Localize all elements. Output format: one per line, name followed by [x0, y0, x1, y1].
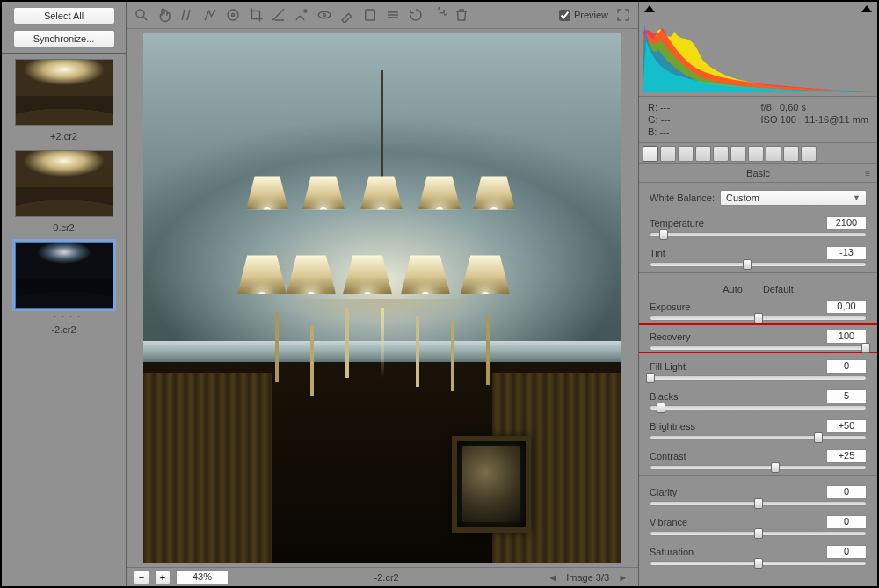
slider-value[interactable]: 100	[826, 330, 867, 344]
preview-checkbox[interactable]: Preview	[559, 10, 608, 21]
statusbar: − + 43% -2.cr2 ◄ Image 3/3 ►	[127, 567, 638, 586]
white-balance-tool-icon[interactable]	[179, 7, 195, 23]
svg-point-0	[136, 10, 144, 18]
blacks-slider[interactable]: Blacks 5	[639, 386, 877, 410]
thumbnail[interactable]	[15, 150, 113, 217]
preview-checkbox-input[interactable]	[559, 10, 570, 21]
vibrance-slider[interactable]: Vibrance 0	[639, 512, 877, 536]
exif-g: G: ---	[648, 114, 671, 125]
status-image-index: Image 3/3	[566, 572, 609, 583]
thumbnail-label: -2.cr2	[51, 324, 76, 335]
slider-value[interactable]: +25	[826, 449, 867, 463]
status-filename: -2.cr2	[374, 572, 399, 583]
tab-fx-icon[interactable]	[748, 146, 764, 162]
exposure-slider[interactable]: Exposure 0,00	[639, 296, 877, 321]
exif-lens: 11-16@11 mm	[804, 114, 868, 125]
center-panel: Preview	[127, 2, 638, 586]
highlight-clipping-icon[interactable]	[861, 5, 872, 12]
tab-snapshot-icon[interactable]	[801, 146, 817, 162]
panel-tabs	[639, 143, 877, 164]
filllight-slider[interactable]: Fill Light 0	[639, 356, 877, 381]
slider-label: Recovery	[650, 331, 690, 342]
tab-hsl-icon[interactable]	[695, 146, 711, 162]
slider-label: Contrast	[650, 451, 686, 461]
slider-value[interactable]: +50	[826, 419, 867, 433]
color-sampler-icon[interactable]	[202, 7, 218, 23]
preferences-icon[interactable]	[385, 7, 401, 23]
histogram[interactable]	[639, 2, 877, 97]
tab-basic-icon[interactable]	[643, 146, 658, 162]
basic-panel: Basic ≡ White Balance: Custom ▼ Temperat…	[639, 164, 877, 586]
thumbnail-label: +2.cr2	[50, 131, 77, 142]
default-link[interactable]: Default	[763, 284, 794, 294]
adjustments-panel: R: --- G: --- B: --- f/8 0,60 s ISO 100 …	[638, 2, 877, 586]
tab-split-icon[interactable]	[713, 146, 729, 162]
filmstrip: +2.cr2 0.cr2 · · · · · -2.cr2	[7, 59, 120, 344]
slider-value[interactable]: 0	[826, 545, 867, 559]
rotate-ccw-icon[interactable]	[408, 7, 424, 23]
svg-rect-6	[366, 10, 375, 20]
prev-image-icon[interactable]: ◄	[544, 572, 561, 583]
divider	[2, 53, 126, 54]
panel-title: Basic ≡	[639, 164, 877, 183]
fullscreen-icon[interactable]	[615, 7, 631, 23]
tab-presets-icon[interactable]	[783, 146, 799, 162]
slider-value[interactable]: 0,00	[826, 300, 867, 314]
app-root: Select All Synchronize... +2.cr2 0.cr2 ·…	[2, 2, 877, 586]
chevron-down-icon: ▼	[853, 193, 861, 202]
tab-lens-icon[interactable]	[730, 146, 746, 162]
slider-value[interactable]: 0	[826, 359, 867, 374]
recovery-slider[interactable]: Recovery 100	[639, 326, 877, 351]
thumbnail[interactable]	[15, 59, 113, 126]
select-all-button[interactable]: Select All	[13, 7, 115, 25]
spot-removal-icon[interactable]	[294, 7, 309, 23]
panel-title-text: Basic	[746, 168, 770, 178]
toolbar: Preview	[127, 2, 638, 29]
svg-point-1	[228, 10, 238, 20]
tab-detail-icon[interactable]	[678, 146, 694, 162]
gradient-tool-icon[interactable]	[362, 7, 378, 23]
tab-camera-icon[interactable]	[766, 146, 781, 162]
main-image	[143, 33, 621, 563]
zoom-level[interactable]: 43%	[176, 570, 229, 584]
redeye-tool-icon[interactable]	[316, 7, 332, 23]
slider-label: Saturation	[650, 547, 694, 557]
thumbnail-label: 0.cr2	[53, 222, 74, 233]
slider-label: Blacks	[650, 391, 678, 402]
trash-icon[interactable]	[454, 7, 469, 23]
panel-menu-icon[interactable]: ≡	[865, 169, 870, 178]
hand-tool-icon[interactable]	[156, 7, 172, 23]
svg-point-3	[304, 10, 307, 12]
zoom-tool-icon[interactable]	[134, 7, 149, 23]
temperature-slider[interactable]: Temperature 2100	[639, 213, 877, 237]
thumbnail-selected[interactable]	[15, 242, 113, 309]
zoom-out-button[interactable]: −	[134, 570, 149, 584]
white-balance-select[interactable]: Custom ▼	[720, 190, 867, 206]
brush-tool-icon[interactable]	[339, 7, 355, 23]
rotate-cw-icon[interactable]	[431, 7, 447, 23]
slider-value[interactable]: -13	[826, 246, 867, 260]
slider-value[interactable]: 0	[826, 485, 867, 499]
saturation-slider[interactable]: Saturation 0	[639, 541, 877, 566]
rating-dots[interactable]: · · · · ·	[46, 312, 82, 321]
brightness-slider[interactable]: Brightness +50	[639, 416, 877, 440]
auto-link[interactable]: Auto	[723, 284, 743, 294]
target-adjust-icon[interactable]	[225, 7, 241, 23]
contrast-slider[interactable]: Contrast +25	[639, 446, 877, 470]
auto-default-row: Auto Default	[639, 279, 877, 296]
tab-curve-icon[interactable]	[660, 146, 676, 162]
crop-tool-icon[interactable]	[248, 7, 264, 23]
shadow-clipping-icon[interactable]	[644, 5, 655, 12]
exif-r: R: ---	[648, 102, 671, 113]
slider-label: Fill Light	[650, 361, 686, 372]
next-image-icon[interactable]: ►	[614, 572, 631, 583]
image-viewport[interactable]	[127, 29, 638, 567]
synchronize-button[interactable]: Synchronize...	[13, 30, 115, 47]
zoom-in-button[interactable]: +	[155, 570, 171, 584]
clarity-slider[interactable]: Clarity 0	[639, 482, 877, 506]
slider-value[interactable]: 2100	[826, 216, 867, 230]
tint-slider[interactable]: Tint -13	[639, 243, 877, 267]
straighten-tool-icon[interactable]	[271, 7, 287, 23]
slider-value[interactable]: 5	[826, 389, 867, 403]
slider-value[interactable]: 0	[826, 515, 867, 529]
